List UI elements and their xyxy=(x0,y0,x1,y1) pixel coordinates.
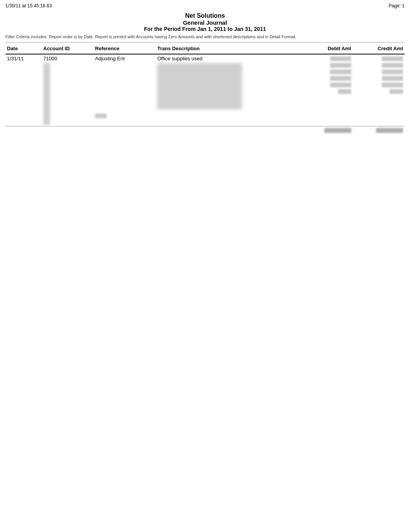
blurred-debit-2 xyxy=(330,63,351,68)
cell-account-id: 71000 xyxy=(42,54,93,126)
credit-values-group xyxy=(354,56,403,94)
blurred-description-block xyxy=(157,63,242,109)
col-header-reference: Reference xyxy=(93,43,156,54)
blurred-credit-5 xyxy=(382,83,403,87)
blurred-reference-extra xyxy=(95,114,107,118)
col-header-account-id: Account ID xyxy=(42,43,93,54)
col-header-credit-amt: Credit Amt xyxy=(353,43,405,54)
col-header-date: Date xyxy=(5,43,42,54)
company-name: Net Solutions xyxy=(5,12,405,19)
blurred-total-credit xyxy=(376,128,403,133)
cell-date: 1/31/11 xyxy=(5,54,42,126)
blurred-account-ids xyxy=(43,63,50,125)
blurred-credit-3 xyxy=(382,70,403,74)
blurred-credit-4 xyxy=(382,76,403,81)
timestamp-label: 1/30/11 at 15:45:16.63 xyxy=(5,3,52,8)
totals-debit xyxy=(301,126,352,136)
blurred-total-debit xyxy=(324,128,351,133)
blurred-debit-6 xyxy=(338,89,351,94)
col-header-debit-amt: Debit Amt xyxy=(301,43,352,54)
cell-credit-amt xyxy=(353,54,405,126)
totals-empty-desc xyxy=(156,126,301,136)
table-header-row: Date Account ID Reference Trans Descript… xyxy=(5,43,405,54)
header-divider xyxy=(5,42,405,42)
blurred-credit-2 xyxy=(382,63,403,68)
totals-credit xyxy=(353,126,405,136)
blurred-debit-3 xyxy=(330,70,351,74)
totals-row xyxy=(5,126,405,136)
page-number: Page: 1 xyxy=(389,3,405,8)
blurred-credit-6 xyxy=(390,89,403,94)
totals-empty-account xyxy=(42,126,93,136)
totals-empty-reference xyxy=(93,126,156,136)
cell-reference: Adjusting Ent xyxy=(93,54,156,126)
blurred-credit-1 xyxy=(382,56,403,61)
report-period: For the Period From Jan 1, 2011 to Jan 3… xyxy=(5,26,405,32)
cell-debit-amt xyxy=(301,54,352,126)
general-journal-table: Date Account ID Reference Trans Descript… xyxy=(5,43,405,135)
blurred-debit-1 xyxy=(330,56,351,61)
col-header-trans-description: Trans Description xyxy=(156,43,301,54)
table-row: 1/31/11 71000 Adjusting Ent Office suppl… xyxy=(5,54,405,126)
filter-criteria-text: Filter Criteria includes: Report order i… xyxy=(5,34,296,39)
totals-empty-date xyxy=(5,126,42,136)
debit-values-group xyxy=(302,56,351,94)
blurred-debit-5 xyxy=(330,83,351,87)
cell-trans-description: Office supplies used xyxy=(156,54,301,126)
report-title: General Journal xyxy=(5,19,405,26)
blurred-debit-4 xyxy=(330,76,351,81)
